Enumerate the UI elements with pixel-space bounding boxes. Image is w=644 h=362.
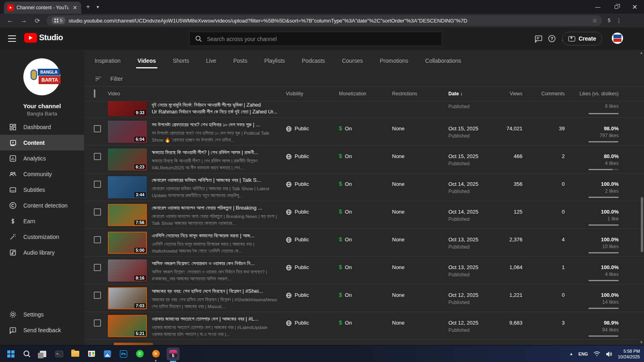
col-monetization[interactable]: Monetization <box>339 91 392 97</box>
video-row[interactable]: 8:16 আসিফ নজরুল বিশ্লেষণ: সেনাপ্রধান ও ও… <box>84 257 644 284</box>
window-close-button[interactable]: ✕ <box>625 0 644 14</box>
photos-app-button[interactable] <box>102 349 113 359</box>
monetization-value[interactable]: On <box>345 181 352 187</box>
sidebar-item-customization[interactable]: Customization <box>0 229 84 245</box>
video-title[interactable]: ক্ষমতায় ফিরছে কি আওয়ামী লীগ? | শেখ রবি… <box>152 149 279 156</box>
reload-button[interactable]: ⟳ <box>34 17 41 25</box>
visibility-value[interactable]: Public <box>295 181 309 187</box>
video-thumbnail[interactable]: 6:04 <box>108 121 147 143</box>
tab-collaborations[interactable]: Collaborations <box>425 50 461 72</box>
extensions-badge[interactable]: 5 <box>608 18 611 23</box>
tab-podcasts[interactable]: Podcasts <box>302 50 325 72</box>
bookmark-star-icon[interactable]: ☆ <box>592 17 597 24</box>
video-row[interactable]: 7:56 জেনারেল ওয়াকার জানালেন আপা ফেরার প… <box>84 201 644 229</box>
sidebar-item-subtitles[interactable]: Subtitles <box>0 182 84 197</box>
video-title[interactable]: জেনারেল ওয়াকারের ভবিষ্যৎ অনিশ্চিত | আজক… <box>152 177 279 183</box>
feedback-icon[interactable] <box>535 35 543 43</box>
help-icon[interactable]: ? <box>548 35 556 43</box>
media-app-button[interactable]: ✕ <box>151 349 161 359</box>
site-info-chip[interactable]: 5 <box>52 17 65 24</box>
video-row[interactable]: 3:44 জেনারেল ওয়াকারের ভবিষ্যৎ অনিশ্চিত … <box>84 173 644 201</box>
account-avatar[interactable] <box>612 33 623 44</box>
video-thumbnail[interactable]: 3:44 <box>108 176 147 198</box>
browser-menu-icon[interactable]: ⋮ <box>616 17 622 24</box>
window-minimize-button[interactable]: — <box>588 0 607 14</box>
monetization-value[interactable]: On <box>345 125 352 132</box>
video-row-partial[interactable]: 9:33 দুই নেতার মুখোমুখি বিতর্ক: নির্বাচন… <box>84 101 644 118</box>
sidebar-item-dashboard[interactable]: Dashboard <box>0 119 84 135</box>
monetization-value[interactable]: On <box>345 264 352 270</box>
row-checkbox[interactable] <box>94 264 101 271</box>
wifi-icon[interactable] <box>593 351 601 357</box>
visibility-value[interactable]: Public <box>295 320 309 326</box>
visibility-value[interactable]: Public <box>295 209 309 215</box>
visibility-value[interactable]: Public <box>295 292 309 298</box>
monetization-value[interactable]: On <box>345 153 352 159</box>
tab-promotions[interactable]: Promotions <box>380 50 409 72</box>
select-all-checkbox[interactable] <box>94 89 95 98</box>
studio-wordmark[interactable]: Studio <box>39 33 63 42</box>
visibility-value[interactable]: Public <box>295 153 309 159</box>
hamburger-menu-icon[interactable] <box>8 35 16 42</box>
terminal-button[interactable]: >_ <box>54 349 64 359</box>
video-title[interactable]: জেনারেল ওয়াকার জানালেন আপা ফেরার পরিকল্… <box>152 205 279 211</box>
sidebar-item-audio-library[interactable]: Audio library <box>0 245 84 260</box>
volume-icon[interactable] <box>606 351 613 357</box>
window-restore-button[interactable] <box>607 0 625 14</box>
scrollbar-thumb[interactable] <box>641 197 643 252</box>
video-thumbnail[interactable]: 7:03 <box>108 287 147 309</box>
sidebar-item-content-detection[interactable]: Content detection <box>0 197 84 213</box>
scroll-down-arrow[interactable]: ▼ <box>640 340 643 344</box>
file-explorer-button[interactable] <box>70 349 80 359</box>
video-row[interactable]: 5:21 ওয়াকার জামানের পদত্যাগে তোলপাড় দে… <box>84 312 644 340</box>
row-checkbox[interactable] <box>94 208 101 216</box>
col-restrictions[interactable]: Restrictions <box>392 91 444 97</box>
new-tab-button[interactable]: + <box>86 3 90 10</box>
language-indicator[interactable]: ENG <box>578 352 588 356</box>
tab-posts[interactable]: Posts <box>233 50 247 72</box>
col-video[interactable]: Video <box>108 91 286 97</box>
video-row[interactable]: 5:00 এনসিপি নেতাদের নিয়ে মাসুদ কামালের … <box>84 229 644 257</box>
video-title[interactable]: আজকের বড় খবর: শেখ হাসিনা দেশে ফিরছেন | … <box>152 288 279 294</box>
video-thumbnail[interactable]: 7:56 <box>108 204 147 226</box>
tab-close-icon[interactable]: ✕ <box>72 5 78 10</box>
channel-avatar[interactable]: BANGLA BARTA <box>23 58 60 95</box>
tab-courses[interactable]: Courses <box>342 50 363 72</box>
monetization-value[interactable]: On <box>345 292 352 298</box>
hidden-icons-chevron[interactable]: ▲ <box>569 352 573 356</box>
row-checkbox[interactable] <box>94 181 101 188</box>
sidebar-item-analytics[interactable]: Analytics <box>0 150 84 166</box>
sidebar-item-community[interactable]: Community <box>0 166 84 182</box>
monetization-value[interactable]: On <box>345 320 352 326</box>
visibility-value[interactable]: Public <box>295 264 309 270</box>
monetization-value[interactable]: On <box>345 237 352 243</box>
video-thumbnail[interactable]: 5:21 <box>108 315 147 337</box>
col-date-sorted[interactable]: Date ↓ <box>444 91 497 97</box>
tab-inspiration[interactable]: Inspiration <box>95 50 121 72</box>
row-checkbox[interactable] <box>94 292 101 299</box>
col-likes[interactable]: Likes (vs. dislikes) <box>565 91 619 97</box>
clock[interactable]: 5:58 PM 10/24/2025 <box>618 348 640 360</box>
forward-button[interactable]: → <box>20 17 27 24</box>
create-button[interactable]: Create <box>562 32 602 45</box>
active-browser-button[interactable]: 5 <box>167 348 180 360</box>
row-checkbox[interactable] <box>94 319 101 327</box>
microsoft-store-button[interactable] <box>86 349 97 359</box>
youtube-logo-icon[interactable] <box>24 33 37 43</box>
url-bar[interactable]: 5 studio.youtube.com/channel/UCDndvzeAjo… <box>47 15 602 26</box>
photoshop-button[interactable]: Ps <box>118 349 129 359</box>
filter-bar[interactable]: Filter <box>84 72 644 86</box>
channel-search-input[interactable]: Search across your channel <box>189 32 442 46</box>
video-row[interactable]: 6:04 সব উপদেষ্টা গ্রেফতারের পথে? শেখ হাস… <box>84 118 644 146</box>
taskbar-search-button[interactable] <box>22 349 32 359</box>
video-thumbnail[interactable]: 8:16 <box>108 259 147 282</box>
sidebar-item-send-feedback[interactable]: Send feedback <box>0 322 84 338</box>
video-thumbnail[interactable]: 5:00 <box>108 232 147 254</box>
sidebar-item-content[interactable]: Content <box>0 135 84 150</box>
back-button[interactable]: ← <box>6 17 14 24</box>
video-thumbnail[interactable]: 6:23 <box>108 148 147 171</box>
video-title[interactable]: দুই নেতার মুখোমুখি বিতর্ক: নির্বাচনে আওয… <box>152 102 281 115</box>
browser-tab[interactable]: Channel content - YouTube Stu ✕ <box>4 2 81 14</box>
tab-playlists[interactable]: Playlists <box>264 50 285 72</box>
row-checkbox[interactable] <box>94 125 101 132</box>
